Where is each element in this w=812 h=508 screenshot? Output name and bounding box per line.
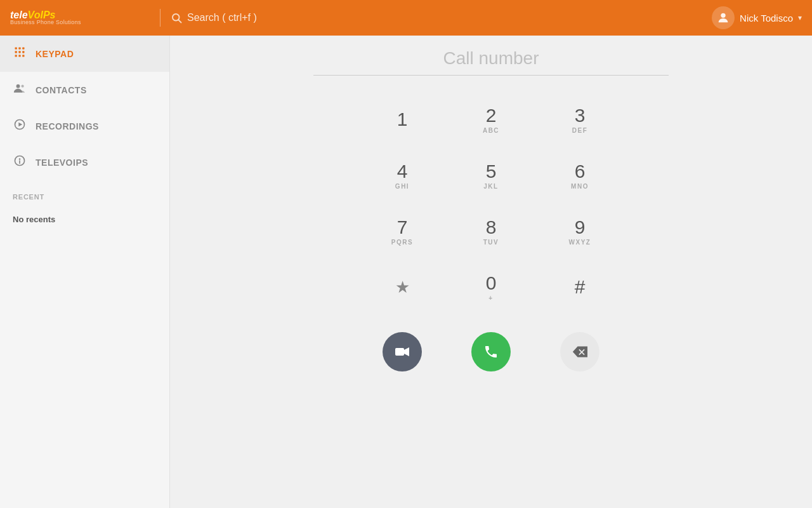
video-btn-wrapper <box>358 332 447 371</box>
sidebar: KEYPAD CONTACTS <box>0 36 170 508</box>
keypad-icon <box>13 46 27 62</box>
recent-section: RECENT <box>0 180 169 207</box>
svg-rect-4 <box>18 48 20 50</box>
sidebar-item-recordings[interactable]: RECORDINGS <box>0 108 169 144</box>
sidebar-item-keypad[interactable]: KEYPAD <box>0 36 169 72</box>
backspace-btn-wrapper <box>535 332 624 371</box>
search-area[interactable]: Search ( ctrl+f ) <box>171 12 712 23</box>
no-recents: No recents <box>0 207 169 224</box>
search-placeholder: Search ( ctrl+f ) <box>187 12 257 23</box>
key-0-sub: + <box>488 295 493 302</box>
call-button[interactable] <box>471 332 511 371</box>
sidebar-item-televoips[interactable]: TELEVOIPS <box>0 144 169 180</box>
search-icon <box>171 12 182 23</box>
key-hash[interactable]: # <box>535 262 624 313</box>
keypad-grid: 1 2 ABC 3 DEF 4 GHI 5 JKL <box>358 95 624 313</box>
key-7[interactable]: 7 PQRS <box>358 206 447 257</box>
key-4-sub: GHI <box>395 183 409 190</box>
sidebar-item-contacts-label: CONTACTS <box>36 85 87 95</box>
info-icon <box>13 154 27 170</box>
topbar: teleVoIPs Business Phone Solutions Searc… <box>0 0 812 36</box>
svg-rect-9 <box>15 55 17 57</box>
svg-rect-8 <box>22 51 24 53</box>
call-number-input-area[interactable]: Call number <box>313 48 669 76</box>
call-number-placeholder: Call number <box>443 48 539 68</box>
svg-rect-5 <box>22 48 24 50</box>
key-5-main: 5 <box>486 162 497 181</box>
keypad-area: Call number 1 2 ABC 3 DEF 4 <box>170 36 812 508</box>
user-avatar-icon <box>712 6 735 29</box>
user-area[interactable]: Nick Todisco ▾ <box>712 6 802 29</box>
logo-sub: Business Phone Solutions <box>10 20 81 26</box>
key-9[interactable]: 9 WXYZ <box>535 206 624 257</box>
key-4[interactable]: 4 GHI <box>358 150 447 201</box>
svg-marker-20 <box>404 347 409 356</box>
sidebar-item-recordings-label: RECORDINGS <box>36 121 99 131</box>
svg-rect-10 <box>18 55 20 57</box>
key-8-sub: TUV <box>483 239 499 246</box>
recordings-icon <box>13 118 27 134</box>
key-7-sub: PQRS <box>391 239 413 246</box>
svg-rect-3 <box>15 48 17 50</box>
sidebar-item-contacts[interactable]: CONTACTS <box>0 72 169 108</box>
svg-point-2 <box>721 13 725 18</box>
key-2[interactable]: 2 ABC <box>447 95 535 145</box>
key-1[interactable]: 1 <box>358 95 447 145</box>
svg-rect-7 <box>18 51 20 53</box>
sidebar-item-keypad-label: KEYPAD <box>36 49 74 59</box>
key-1-main: 1 <box>397 110 408 129</box>
key-6[interactable]: 6 MNO <box>535 150 624 201</box>
key-3-sub: DEF <box>572 127 588 134</box>
recent-label: RECENT <box>13 193 44 201</box>
main-layout: KEYPAD CONTACTS <box>0 36 812 508</box>
logo-container: teleVoIPs Business Phone Solutions <box>10 10 81 25</box>
topbar-divider <box>160 9 160 27</box>
key-0-main: 0 <box>486 274 497 293</box>
key-6-sub: MNO <box>571 183 589 190</box>
svg-point-12 <box>16 84 20 88</box>
key-7-main: 7 <box>397 218 408 237</box>
key-9-sub: WXYZ <box>569 239 591 246</box>
key-6-main: 6 <box>575 162 586 181</box>
video-call-button[interactable] <box>383 332 422 371</box>
svg-rect-11 <box>22 55 24 57</box>
backspace-button[interactable] <box>560 332 599 371</box>
user-name: Nick Todisco <box>740 13 793 23</box>
call-btn-wrapper <box>447 332 535 371</box>
svg-rect-19 <box>395 348 404 356</box>
svg-marker-15 <box>18 123 22 127</box>
key-8-main: 8 <box>486 218 497 237</box>
key-3-main: 3 <box>575 106 586 125</box>
key-3[interactable]: 3 DEF <box>535 95 624 145</box>
action-row <box>358 332 624 371</box>
key-2-sub: ABC <box>483 127 499 134</box>
key-0[interactable]: 0 + <box>447 262 535 313</box>
svg-point-13 <box>22 85 24 88</box>
key-star-main: ★ <box>395 279 410 295</box>
key-2-main: 2 <box>486 106 497 125</box>
logo-area: teleVoIPs Business Phone Solutions <box>10 10 150 25</box>
key-5[interactable]: 5 JKL <box>447 150 535 201</box>
key-4-main: 4 <box>397 162 408 181</box>
key-8[interactable]: 8 TUV <box>447 206 535 257</box>
sidebar-item-televoips-label: TELEVOIPS <box>36 157 88 168</box>
svg-line-1 <box>178 20 181 22</box>
key-hash-main: # <box>575 277 586 297</box>
key-9-main: 9 <box>575 218 586 237</box>
key-star[interactable]: ★ <box>358 262 447 313</box>
contacts-icon <box>13 82 27 98</box>
key-5-sub: JKL <box>483 183 498 190</box>
svg-rect-6 <box>15 51 17 53</box>
chevron-down-icon[interactable]: ▾ <box>798 13 802 22</box>
